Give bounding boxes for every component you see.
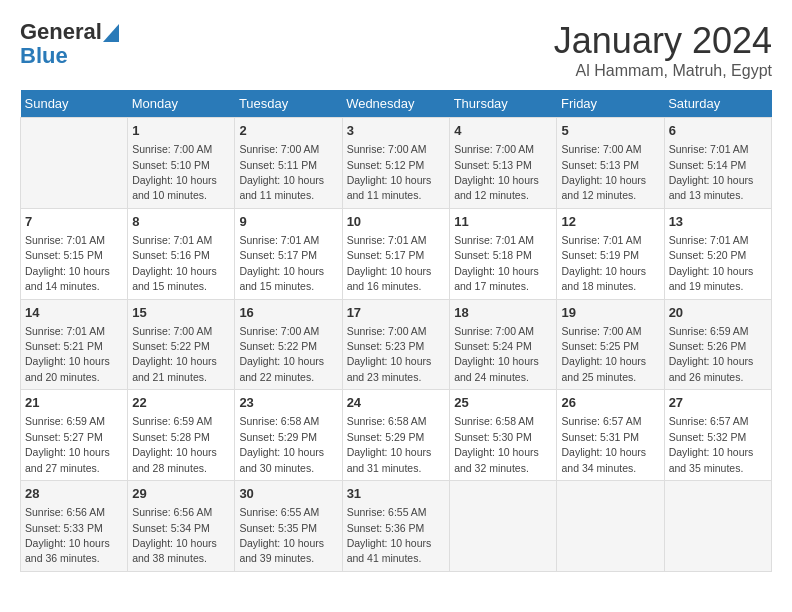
day-number: 1 xyxy=(132,122,230,140)
day-info: Sunrise: 6:58 AMSunset: 5:30 PMDaylight:… xyxy=(454,415,539,473)
calendar-week-3: 14Sunrise: 7:01 AMSunset: 5:21 PMDayligh… xyxy=(21,299,772,390)
day-number: 19 xyxy=(561,304,659,322)
day-number: 5 xyxy=(561,122,659,140)
day-info: Sunrise: 6:55 AMSunset: 5:35 PMDaylight:… xyxy=(239,506,324,564)
calendar-cell: 17Sunrise: 7:00 AMSunset: 5:23 PMDayligh… xyxy=(342,299,450,390)
day-number: 13 xyxy=(669,213,767,231)
day-info: Sunrise: 7:01 AMSunset: 5:16 PMDaylight:… xyxy=(132,234,217,292)
calendar-cell: 22Sunrise: 6:59 AMSunset: 5:28 PMDayligh… xyxy=(128,390,235,481)
day-info: Sunrise: 7:00 AMSunset: 5:13 PMDaylight:… xyxy=(454,143,539,201)
day-number: 24 xyxy=(347,394,446,412)
day-number: 29 xyxy=(132,485,230,503)
day-info: Sunrise: 7:01 AMSunset: 5:18 PMDaylight:… xyxy=(454,234,539,292)
day-number: 25 xyxy=(454,394,552,412)
logo-icon xyxy=(103,24,119,42)
day-info: Sunrise: 7:00 AMSunset: 5:11 PMDaylight:… xyxy=(239,143,324,201)
header-saturday: Saturday xyxy=(664,90,771,118)
day-number: 9 xyxy=(239,213,337,231)
calendar-cell: 5Sunrise: 7:00 AMSunset: 5:13 PMDaylight… xyxy=(557,118,664,209)
day-info: Sunrise: 7:00 AMSunset: 5:25 PMDaylight:… xyxy=(561,325,646,383)
day-number: 18 xyxy=(454,304,552,322)
calendar-week-2: 7Sunrise: 7:01 AMSunset: 5:15 PMDaylight… xyxy=(21,208,772,299)
day-number: 27 xyxy=(669,394,767,412)
day-number: 23 xyxy=(239,394,337,412)
calendar-cell: 18Sunrise: 7:00 AMSunset: 5:24 PMDayligh… xyxy=(450,299,557,390)
day-number: 15 xyxy=(132,304,230,322)
calendar-cell: 31Sunrise: 6:55 AMSunset: 5:36 PMDayligh… xyxy=(342,481,450,572)
day-number: 30 xyxy=(239,485,337,503)
calendar-cell: 2Sunrise: 7:00 AMSunset: 5:11 PMDaylight… xyxy=(235,118,342,209)
day-info: Sunrise: 6:56 AMSunset: 5:34 PMDaylight:… xyxy=(132,506,217,564)
svg-marker-0 xyxy=(103,24,119,42)
calendar-cell: 24Sunrise: 6:58 AMSunset: 5:29 PMDayligh… xyxy=(342,390,450,481)
calendar-cell: 19Sunrise: 7:00 AMSunset: 5:25 PMDayligh… xyxy=(557,299,664,390)
day-info: Sunrise: 6:58 AMSunset: 5:29 PMDaylight:… xyxy=(239,415,324,473)
day-number: 28 xyxy=(25,485,123,503)
calendar-cell: 4Sunrise: 7:00 AMSunset: 5:13 PMDaylight… xyxy=(450,118,557,209)
day-number: 12 xyxy=(561,213,659,231)
day-number: 17 xyxy=(347,304,446,322)
day-number: 31 xyxy=(347,485,446,503)
calendar-cell: 8Sunrise: 7:01 AMSunset: 5:16 PMDaylight… xyxy=(128,208,235,299)
calendar-cell: 23Sunrise: 6:58 AMSunset: 5:29 PMDayligh… xyxy=(235,390,342,481)
day-number: 3 xyxy=(347,122,446,140)
day-number: 22 xyxy=(132,394,230,412)
day-number: 14 xyxy=(25,304,123,322)
day-number: 8 xyxy=(132,213,230,231)
calendar-cell: 13Sunrise: 7:01 AMSunset: 5:20 PMDayligh… xyxy=(664,208,771,299)
day-number: 7 xyxy=(25,213,123,231)
calendar-week-4: 21Sunrise: 6:59 AMSunset: 5:27 PMDayligh… xyxy=(21,390,772,481)
calendar-cell: 12Sunrise: 7:01 AMSunset: 5:19 PMDayligh… xyxy=(557,208,664,299)
day-info: Sunrise: 7:00 AMSunset: 5:23 PMDaylight:… xyxy=(347,325,432,383)
title-block: January 2024 Al Hammam, Matruh, Egypt xyxy=(554,20,772,80)
day-info: Sunrise: 7:01 AMSunset: 5:17 PMDaylight:… xyxy=(239,234,324,292)
month-title: January 2024 xyxy=(554,20,772,62)
day-number: 11 xyxy=(454,213,552,231)
logo-general: General xyxy=(20,20,102,44)
day-info: Sunrise: 7:00 AMSunset: 5:22 PMDaylight:… xyxy=(239,325,324,383)
day-info: Sunrise: 7:01 AMSunset: 5:14 PMDaylight:… xyxy=(669,143,754,201)
day-info: Sunrise: 7:01 AMSunset: 5:17 PMDaylight:… xyxy=(347,234,432,292)
calendar-cell: 26Sunrise: 6:57 AMSunset: 5:31 PMDayligh… xyxy=(557,390,664,481)
day-info: Sunrise: 7:01 AMSunset: 5:21 PMDaylight:… xyxy=(25,325,110,383)
calendar-cell: 14Sunrise: 7:01 AMSunset: 5:21 PMDayligh… xyxy=(21,299,128,390)
calendar-cell: 16Sunrise: 7:00 AMSunset: 5:22 PMDayligh… xyxy=(235,299,342,390)
day-info: Sunrise: 7:00 AMSunset: 5:10 PMDaylight:… xyxy=(132,143,217,201)
calendar-cell xyxy=(450,481,557,572)
calendar-cell: 10Sunrise: 7:01 AMSunset: 5:17 PMDayligh… xyxy=(342,208,450,299)
header-tuesday: Tuesday xyxy=(235,90,342,118)
page-header: General Blue January 2024 Al Hammam, Mat… xyxy=(20,20,772,80)
day-number: 2 xyxy=(239,122,337,140)
calendar-cell xyxy=(557,481,664,572)
day-info: Sunrise: 6:59 AMSunset: 5:28 PMDaylight:… xyxy=(132,415,217,473)
day-number: 10 xyxy=(347,213,446,231)
calendar-table: SundayMondayTuesdayWednesdayThursdayFrid… xyxy=(20,90,772,572)
header-sunday: Sunday xyxy=(21,90,128,118)
calendar-cell: 9Sunrise: 7:01 AMSunset: 5:17 PMDaylight… xyxy=(235,208,342,299)
calendar-cell xyxy=(664,481,771,572)
calendar-cell: 29Sunrise: 6:56 AMSunset: 5:34 PMDayligh… xyxy=(128,481,235,572)
logo-blue: Blue xyxy=(20,44,119,68)
calendar-cell: 6Sunrise: 7:01 AMSunset: 5:14 PMDaylight… xyxy=(664,118,771,209)
day-info: Sunrise: 7:01 AMSunset: 5:15 PMDaylight:… xyxy=(25,234,110,292)
day-number: 20 xyxy=(669,304,767,322)
header-thursday: Thursday xyxy=(450,90,557,118)
calendar-cell xyxy=(21,118,128,209)
day-info: Sunrise: 7:01 AMSunset: 5:19 PMDaylight:… xyxy=(561,234,646,292)
calendar-header-row: SundayMondayTuesdayWednesdayThursdayFrid… xyxy=(21,90,772,118)
day-info: Sunrise: 7:00 AMSunset: 5:13 PMDaylight:… xyxy=(561,143,646,201)
calendar-cell: 30Sunrise: 6:55 AMSunset: 5:35 PMDayligh… xyxy=(235,481,342,572)
day-number: 4 xyxy=(454,122,552,140)
calendar-cell: 27Sunrise: 6:57 AMSunset: 5:32 PMDayligh… xyxy=(664,390,771,481)
calendar-cell: 3Sunrise: 7:00 AMSunset: 5:12 PMDaylight… xyxy=(342,118,450,209)
day-info: Sunrise: 6:59 AMSunset: 5:26 PMDaylight:… xyxy=(669,325,754,383)
day-info: Sunrise: 6:55 AMSunset: 5:36 PMDaylight:… xyxy=(347,506,432,564)
day-info: Sunrise: 6:56 AMSunset: 5:33 PMDaylight:… xyxy=(25,506,110,564)
logo: General Blue xyxy=(20,20,119,68)
day-info: Sunrise: 7:00 AMSunset: 5:22 PMDaylight:… xyxy=(132,325,217,383)
calendar-cell: 21Sunrise: 6:59 AMSunset: 5:27 PMDayligh… xyxy=(21,390,128,481)
calendar-cell: 28Sunrise: 6:56 AMSunset: 5:33 PMDayligh… xyxy=(21,481,128,572)
day-info: Sunrise: 7:01 AMSunset: 5:20 PMDaylight:… xyxy=(669,234,754,292)
day-number: 21 xyxy=(25,394,123,412)
day-info: Sunrise: 6:59 AMSunset: 5:27 PMDaylight:… xyxy=(25,415,110,473)
